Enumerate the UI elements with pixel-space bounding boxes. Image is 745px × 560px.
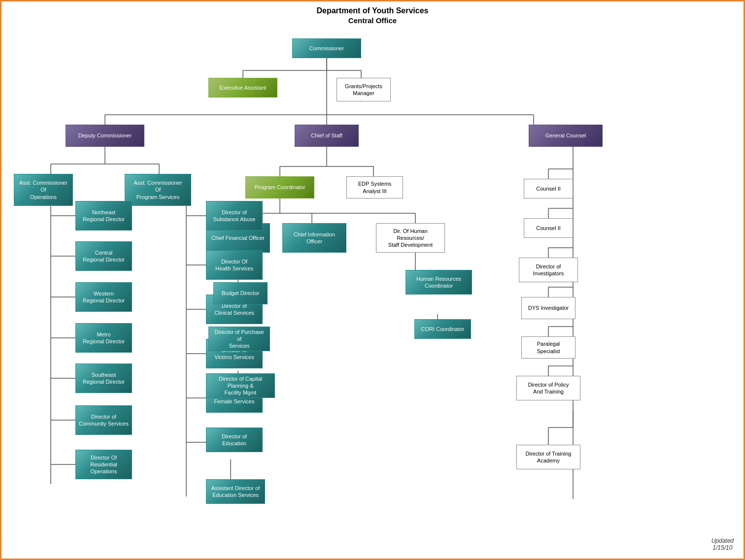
executive-assistant-node: Executive Assistant: [208, 78, 277, 98]
paralegal-specialist-node: Paralegal Specialist: [521, 336, 576, 359]
counsel-ii-1-label: Counsel II: [536, 185, 561, 192]
western-regional-label: Western Regional Director: [83, 290, 125, 304]
chief-of-staff-label: Chief of Staff: [311, 132, 342, 139]
cori-coordinator-label: CORI Coordinator: [421, 326, 464, 332]
metro-regional-node: Metro Regional Director: [75, 323, 132, 353]
western-regional-node: Western Regional Director: [75, 282, 132, 312]
central-regional-node: Central Regional Director: [75, 241, 132, 271]
hr-coordinator-label: Human Resources Coordinator: [416, 275, 461, 290]
commissioner-node: Commissioner: [292, 38, 361, 58]
dir-community-label: Director of Community Services: [79, 413, 129, 428]
program-coordinator-label: Program Coordinator: [255, 184, 305, 191]
updated-text: Updated 1/15/10: [711, 537, 734, 551]
dir-policy-training-node: Director of Policy And Training: [516, 376, 580, 400]
dir-purchase-label: Director of Purchase of Services: [212, 329, 267, 350]
asst-dir-education-node: Assistant Director of Education Services: [206, 479, 265, 504]
dir-training-academy-label: Director of Training Academy: [526, 450, 572, 464]
hr-coordinator-node: Human Resources Coordinator: [406, 270, 472, 295]
asst-dir-education-label: Assistant Director of Education Services: [211, 485, 260, 499]
grants-projects-label: Grants/Projects Manager: [345, 83, 382, 97]
dir-substance-abuse-label: Director of Substance Abuse: [213, 209, 256, 223]
dir-residential-label: Director Of Residential Operations: [79, 454, 129, 475]
paralegal-specialist-label: Paralegal Specialist: [537, 340, 560, 355]
chief-information-node: Chief Information Officer: [282, 223, 346, 253]
title-section: Department of Youth Services Central Off…: [6, 6, 739, 25]
executive-assistant-label: Executive Assistant: [220, 84, 267, 91]
general-counsel-label: General Counsel: [545, 132, 586, 139]
deputy-commissioner-node: Deputy Commissioner: [66, 125, 144, 147]
dir-policy-training-label: Director of Policy And Training: [528, 381, 569, 395]
chief-of-staff-node: Chief of Staff: [295, 125, 359, 147]
dys-investigator-label: DYS Investigator: [528, 304, 569, 311]
chief-financial-label: Chief Financial Officer: [211, 234, 265, 241]
asst-comm-program-label: Asst. Commissioner Of Program Services: [134, 179, 182, 200]
dir-residential-node: Director Of Residential Operations: [75, 450, 132, 479]
general-counsel-node: General Counsel: [529, 125, 603, 147]
commissioner-label: Commissioner: [309, 45, 344, 52]
dir-education-label: Director of Education: [209, 433, 259, 447]
dir-purchase-node: Director of Purchase of Services: [208, 327, 270, 351]
grants-projects-node: Grants/Projects Manager: [337, 78, 391, 101]
asst-comm-operations-label: Asst. Commissioner Of Operations: [19, 179, 68, 200]
dir-investigators-node: Director of Investigators: [519, 258, 578, 282]
dir-health-node: Director Of Health Services: [206, 250, 263, 280]
dir-substance-abuse-node: Director of Substance Abuse: [206, 201, 263, 231]
page: Department of Youth Services Central Off…: [0, 0, 745, 560]
central-regional-label: Central Regional Director: [83, 249, 125, 264]
dys-investigator-node: DYS Investigator: [521, 297, 576, 319]
sub-title: Central Office: [6, 16, 739, 25]
dir-community-node: Director of Community Services: [75, 405, 132, 435]
asst-comm-program-node: Asst. Commissioner Of Program Services: [125, 174, 191, 206]
dir-health-label: Director Of Health Services: [215, 258, 253, 272]
main-title: Department of Youth Services: [6, 6, 739, 15]
dir-training-academy-node: Director of Training Academy: [516, 445, 580, 469]
budget-director-label: Budget Director: [222, 290, 259, 296]
edp-systems-label: EDP Systems Analyst III: [358, 180, 392, 195]
dir-capital-node: Director of Capital Planning & Facility …: [206, 373, 275, 398]
dir-investigators-label: Director of Investigators: [533, 263, 564, 277]
counsel-ii-1-node: Counsel II: [524, 179, 573, 198]
dir-education-node: Director of Education: [206, 428, 263, 452]
southeast-regional-node: Southeast Regional Director: [75, 363, 132, 393]
counsel-ii-2-label: Counsel II: [536, 225, 561, 231]
metro-regional-label: Metro Regional Director: [83, 331, 125, 345]
edp-systems-node: EDP Systems Analyst III: [346, 176, 403, 198]
northeast-regional-label: Northeast Regional Director: [83, 209, 125, 223]
dir-human-resources-node: Dir. Of Human Resources/ Staff Developme…: [376, 223, 445, 253]
program-coordinator-node: Program Coordinator: [245, 176, 314, 198]
dir-capital-label: Director of Capital Planning & Facility …: [209, 375, 271, 396]
budget-director-node: Budget Director: [213, 282, 268, 304]
chief-information-label: Chief Information Officer: [286, 231, 343, 245]
deputy-commissioner-label: Deputy Commissioner: [78, 132, 132, 139]
dir-human-resources-label: Dir. Of Human Resources/ Staff Developme…: [379, 228, 441, 249]
cori-coordinator-node: CORI Coordinator: [414, 319, 471, 339]
northeast-regional-node: Northeast Regional Director: [75, 201, 132, 231]
southeast-regional-label: Southeast Regional Director: [83, 371, 125, 386]
asst-comm-operations-node: Asst. Commissioner Of Operations: [14, 174, 73, 206]
counsel-ii-2-node: Counsel II: [524, 218, 573, 238]
